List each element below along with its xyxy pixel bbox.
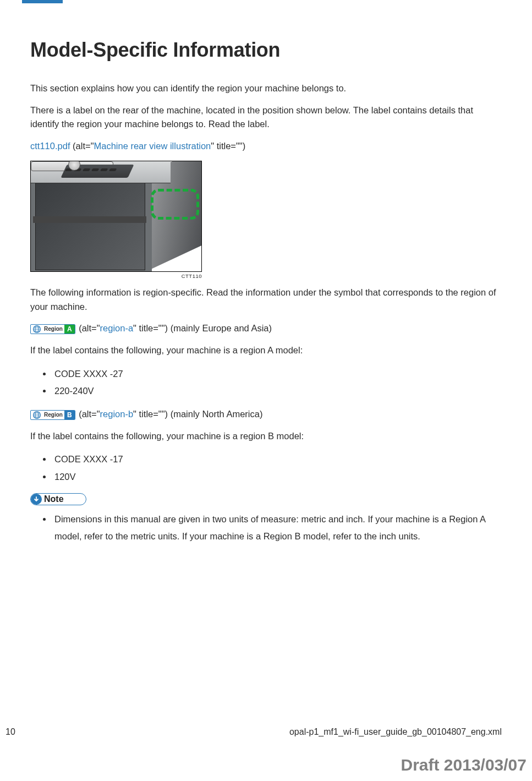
region-badge-text: Region [43, 411, 64, 419]
figure-caption: CTT110 [30, 272, 202, 279]
region-badge-text: Region [43, 325, 64, 334]
region-b-line: Region B (alt="region-b" title="") (main… [30, 407, 502, 422]
region-b-intro: If the label contains the following, you… [30, 429, 502, 444]
alt-prefix: (alt=" [70, 141, 94, 151]
page-number: 10 [6, 727, 15, 737]
note-badge: Note [30, 493, 86, 505]
region-b-badge: Region B [30, 410, 75, 420]
draft-stamp: Draft 2013/03/07 [401, 756, 527, 774]
page-content: Model-Specific Information This section … [0, 0, 532, 545]
image-reference-line: ctt110.pdf (alt="Machine rear view illus… [30, 139, 502, 154]
image-filename-link[interactable]: ctt110.pdf [30, 141, 70, 151]
region-b-alt-suffix: " title="") [133, 409, 168, 419]
figure-container: CTT110 [30, 161, 502, 279]
intro-paragraph-1: This section explains how you can identi… [30, 81, 502, 96]
printer-rear-illustration [30, 161, 202, 272]
region-info-intro: The following information is region-spec… [30, 286, 502, 314]
region-a-alt-link[interactable]: region-a [100, 323, 134, 333]
region-a-desc: (mainly Europe and Asia) [168, 323, 272, 333]
region-a-alt-suffix: " title="") [133, 323, 168, 333]
header-accent-bar [22, 0, 63, 3]
globe-icon [32, 325, 41, 334]
page-footer: 10 opal-p1_mf1_wi-fi_user_guide_gb_00104… [0, 727, 532, 737]
region-b-list: CODE XXXX -17 120V [30, 451, 502, 485]
region-b-desc: (mainly North America) [168, 409, 262, 419]
intro-paragraph-2: There is a label on the rear of the mach… [30, 103, 502, 132]
region-badge-letter-b: B [64, 410, 75, 420]
footer-filename: opal-p1_mf1_wi-fi_user_guide_gb_00104807… [289, 727, 502, 737]
region-a-badge: Region A [30, 324, 75, 334]
region-a-alt-prefix: (alt=" [76, 323, 100, 333]
list-item: CODE XXXX -27 [52, 365, 502, 383]
list-item: 220-240V [52, 383, 502, 400]
region-a-line: Region A (alt="region-a" title="") (main… [30, 321, 502, 336]
list-item: CODE XXXX -17 [52, 451, 502, 468]
note-arrow-icon [31, 494, 42, 505]
region-b-alt-link[interactable]: region-b [100, 409, 134, 419]
list-item: Dimensions in this manual are given in t… [52, 511, 502, 545]
label-highlight-circle [151, 189, 199, 220]
region-a-list: CODE XXXX -27 220-240V [30, 365, 502, 400]
region-a-intro: If the label contains the following, you… [30, 343, 502, 358]
image-alt-text-link[interactable]: Machine rear view illustration [94, 141, 211, 151]
region-b-alt-prefix: (alt=" [76, 409, 100, 419]
page-title: Model-Specific Information [30, 39, 502, 62]
globe-icon [32, 411, 41, 419]
note-label: Note [44, 494, 64, 504]
list-item: 120V [52, 468, 502, 485]
region-badge-letter-a: A [64, 324, 75, 334]
note-list: Dimensions in this manual are given in t… [30, 511, 502, 545]
alt-suffix: " title="") [211, 141, 245, 151]
